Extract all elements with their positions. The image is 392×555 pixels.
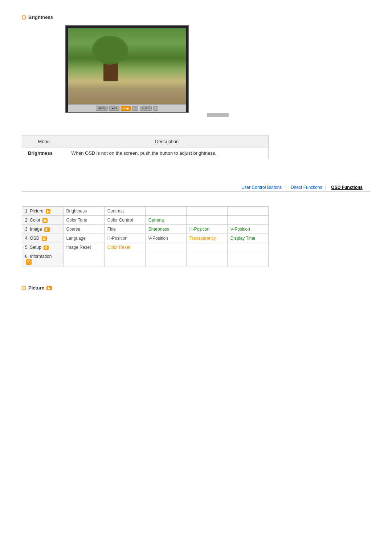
menu-label-osd: 4. OSD: [25, 236, 39, 241]
sub-empty-4: [186, 216, 227, 225]
sub-empty-12: [186, 252, 227, 267]
image-icon-badge: ◧: [44, 227, 50, 232]
sub-coarse: Coarse: [63, 225, 104, 234]
menu-label-picture: 1. Picture: [25, 208, 44, 214]
sub-fine: Fine: [104, 225, 145, 234]
osd-row-picture: 1. Picture ▶ Brightness Contrast: [22, 207, 269, 216]
bullet-icon: [22, 15, 26, 20]
tab-osd-functions[interactable]: OSD Functions: [331, 185, 363, 190]
sub-empty-10: [104, 252, 145, 267]
tab-user-control-buttons[interactable]: User Control Buttons: [241, 185, 282, 190]
osd-row-color: 2. Color ◉ Color Tone Color Control Gamm…: [22, 216, 269, 225]
nav-tabs: User Control Buttons | Direct Functions …: [22, 185, 370, 192]
sub-empty-8: [227, 243, 268, 252]
menu-item-image: 3. Image ◧: [22, 225, 64, 234]
sub-empty-11: [145, 252, 186, 267]
setup-icon-badge: ⚙: [44, 246, 49, 250]
monitor-frame: MENU ◄/▼ ▲/◉ ⏎ AUTO ○: [65, 25, 189, 113]
sub-transparency: Transparency: [186, 234, 227, 243]
table-cell-description: When OSD is not on the screen, push the …: [66, 147, 269, 159]
sub-v-position-image: V-Position: [227, 225, 268, 234]
monitor-illustration: MENU ◄/▼ ▲/◉ ⏎ AUTO ○: [65, 25, 370, 117]
brightness-info-table: Menu Description Brightness When OSD is …: [22, 135, 269, 159]
picture-section-header: Picture ▶: [22, 285, 370, 291]
sub-v-position-osd: V-Position: [145, 234, 186, 243]
tab-direct-functions[interactable]: Direct Functions: [291, 185, 322, 190]
picture-icon-badge: ▶: [46, 209, 50, 214]
menu-label-color: 2. Color: [25, 218, 40, 223]
information-icon-badge: ⓘ: [26, 259, 32, 265]
menu-label-setup: 5. Setup: [25, 245, 41, 250]
monitor-screen: [68, 28, 186, 104]
table-cell-menu: Brightness: [22, 147, 66, 159]
sub-display-time: Display Time: [227, 234, 268, 243]
brightness-section-header: Brightness: [22, 15, 370, 20]
menu-item-information: 6. Information ⓘ: [22, 252, 64, 267]
sub-empty-13: [227, 252, 268, 267]
sub-image-reset: Image Reset: [63, 243, 104, 252]
menu-item-osd: 4. OSD ⊡: [22, 234, 64, 243]
table-row: Brightness When OSD is not on the screen…: [22, 147, 269, 159]
osd-row-information: 6. Information ⓘ: [22, 252, 269, 267]
sub-color-tone: Color Tone: [63, 216, 104, 225]
enter-btn: ⏎: [132, 106, 138, 111]
sub-brightness: Brightness: [63, 207, 104, 216]
sub-sharpness: Sharpness: [145, 225, 186, 234]
picture-icon-badge-bottom: ▶: [46, 286, 52, 290]
menu-label-image: 3. Image: [25, 227, 42, 232]
table-col-description: Description: [66, 136, 269, 147]
menu-item-color: 2. Color ◉: [22, 216, 64, 225]
power-btn: ○: [153, 106, 159, 111]
sub-empty-1: [145, 207, 186, 216]
sub-h-position-osd: H-Position: [104, 234, 145, 243]
osd-row-image: 3. Image ◧ Coarse Fine Sharpness H-Posit…: [22, 225, 269, 234]
sub-h-position-image: H-Position: [186, 225, 227, 234]
osd-row-setup: 5. Setup ⚙ Image Reset Color Reset: [22, 243, 269, 252]
sub-empty-3: [227, 207, 268, 216]
menu-label-information: 6. Information: [25, 254, 52, 259]
auto-btn: AUTO: [140, 106, 151, 111]
sub-empty-2: [186, 207, 227, 216]
table-col-menu: Menu: [22, 136, 66, 147]
menu-item-picture: 1. Picture ▶: [22, 207, 64, 216]
sub-empty-6: [145, 243, 186, 252]
sub-color-control: Color Control: [104, 216, 145, 225]
osd-functions-grid: 1. Picture ▶ Brightness Contrast 2. Colo…: [22, 206, 269, 267]
sub-contrast: Contrast: [104, 207, 145, 216]
picture-bullet-icon: [22, 286, 26, 290]
color-icon-badge: ◉: [42, 218, 48, 223]
sub-empty-7: [186, 243, 227, 252]
menu-item-setup: 5. Setup ⚙: [22, 243, 64, 252]
sub-empty-9: [63, 252, 104, 267]
osd-row-osd: 4. OSD ⊡ Language H-Position V-Position …: [22, 234, 269, 243]
sub-language: Language: [63, 234, 104, 243]
sub-color-reset: Color Reset: [104, 243, 145, 252]
down-btn: ◄/▼: [109, 106, 119, 111]
monitor-controls: MENU ◄/▼ ▲/◉ ⏎ AUTO ○: [68, 104, 186, 112]
sub-empty-5: [227, 216, 268, 225]
picture-title: Picture: [28, 285, 44, 291]
sub-gamma: Gamma: [145, 216, 186, 225]
monitor-stand: [207, 113, 229, 117]
brightness-title: Brightness: [28, 15, 53, 20]
menu-btn: MENU: [96, 106, 108, 111]
osd-icon-badge: ⊡: [42, 236, 47, 241]
up-btn: ▲/◉: [121, 106, 131, 111]
